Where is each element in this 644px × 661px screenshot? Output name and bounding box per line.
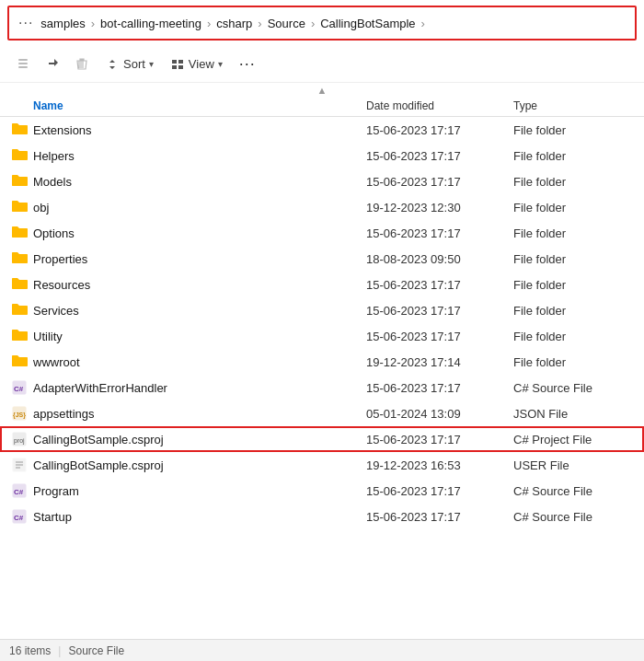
more-options-button[interactable]: ··· [232,50,263,78]
table-row[interactable]: obj 19-12-2023 12:30 File folder [0,194,644,220]
file-date: 15-06-2023 17:17 [366,149,513,163]
table-row[interactable]: Models 15-06-2023 17:17 File folder [0,168,644,194]
file-type: File folder [513,252,633,266]
table-row[interactable]: Helpers 15-06-2023 17:17 File folder [0,143,644,168]
file-type: JSON File [513,407,633,421]
file-icon: C# [11,508,28,525]
svg-rect-0 [18,59,28,61]
file-name-cell: wwwroot [11,354,366,370]
file-name: Extensions [33,123,92,137]
svg-rect-2 [18,66,28,68]
file-list: Extensions 15-06-2023 17:17 File folder … [0,117,644,529]
status-items-count: 16 items [9,644,51,657]
svg-text:C#: C# [14,488,24,496]
file-type: C# Project File [513,433,633,446]
table-row[interactable]: Extensions 15-06-2023 17:17 File folder [0,117,644,143]
table-row[interactable]: wwwroot 19-12-2023 17:14 File folder [0,349,644,375]
file-date: 15-06-2023 17:17 [366,381,513,395]
breadcrumb-item-source[interactable]: Source [268,17,305,30]
file-type: File folder [513,355,633,369]
file-name-cell: Models [11,173,366,190]
file-date: 19-12-2023 16:53 [366,458,513,472]
sort-label: Sort [123,57,145,71]
file-name-cell: Utility [11,328,366,344]
svg-rect-3 [172,60,177,64]
file-icon [11,250,28,267]
file-date: 15-06-2023 17:17 [366,510,513,524]
file-icon [11,354,28,370]
breadcrumb-item-bot-calling[interactable]: bot-calling-meeting [100,17,201,30]
file-type: File folder [513,149,633,163]
svg-text:{JS}: {JS} [13,412,26,419]
file-name-cell: CallingBotSample.csproj [11,457,366,473]
file-name: Program [33,484,79,498]
col-type: Type [513,99,633,112]
table-row[interactable]: C# Startup 15-06-2023 17:17 C# Source Fi… [0,504,644,529]
file-name-cell: {JS} appsettings [11,405,366,422]
file-name: Services [33,304,79,318]
file-icon: C# [11,379,28,396]
table-row[interactable]: C# AdapterWithErrorHandler 15-06-2023 17… [0,375,644,400]
table-row[interactable]: Properties 18-08-2023 09:50 File folder [0,246,644,272]
breadcrumb-item-csharp[interactable]: csharp [216,17,252,30]
file-icon [11,328,28,344]
view-button[interactable]: View ▾ [163,52,230,76]
sort-chevron-icon: ▾ [149,59,154,69]
scroll-up-indicator: ▲ [0,83,644,96]
file-type: C# Source File [513,381,633,395]
file-icon [11,122,28,138]
column-headers: Name Date modified Type [0,96,644,117]
table-row[interactable]: Services 15-06-2023 17:17 File folder [0,297,644,323]
file-name-cell: Services [11,302,366,319]
breadcrumb-sep-3: › [258,17,261,30]
breadcrumb-bar: ··· samples › bot-calling-meeting › csha… [7,6,637,41]
breadcrumb-item-samples[interactable]: samples [40,17,85,30]
table-row[interactable]: CallingBotSample.csproj 19-12-2023 16:53… [0,452,644,478]
file-date: 15-06-2023 17:17 [366,123,513,137]
breadcrumb-sep-1: › [91,17,95,30]
share-button[interactable] [39,52,66,76]
trash-icon [75,57,89,72]
file-name-cell: proj CallingBotSample.csproj [11,431,366,447]
file-name: CallingBotSample.csproj [33,458,164,472]
file-date: 19-12-2023 17:14 [366,355,513,369]
toolbar: Sort ▾ View ▾ ··· [0,46,644,83]
table-row[interactable]: Resources 15-06-2023 17:17 File folder [0,272,644,297]
table-row[interactable]: Utility 15-06-2023 17:17 File folder [0,323,644,349]
view-chevron-icon: ▾ [218,59,223,69]
file-name: wwwroot [33,355,80,369]
share-icon [45,57,60,72]
file-name-cell: Options [11,225,366,241]
file-name-cell: C# Startup [11,508,366,525]
file-type: File folder [513,278,633,292]
svg-text:proj: proj [14,437,25,445]
view-icon [170,57,185,72]
table-row[interactable]: Options 15-06-2023 17:17 File folder [0,220,644,246]
file-icon [11,225,28,241]
file-icon [11,457,28,473]
file-date: 15-06-2023 17:17 [366,304,513,318]
file-type: USER File [513,458,633,472]
svg-rect-4 [178,60,183,64]
file-name-cell: Helpers [11,147,366,164]
file-date: 15-06-2023 17:17 [366,226,513,240]
breadcrumb-item-callingbotsample[interactable]: CallingBotSample [320,17,415,30]
file-name-cell: C# Program [11,482,366,499]
sort-button[interactable]: Sort ▾ [98,52,161,76]
cut-icon [16,57,30,72]
svg-rect-6 [178,65,183,69]
table-row[interactable]: {JS} appsettings 05-01-2024 13:09 JSON F… [0,400,644,426]
file-name-cell: C# AdapterWithErrorHandler [11,379,366,396]
file-name: Models [33,175,72,189]
table-row[interactable]: proj CallingBotSample.csproj 15-06-2023 … [0,426,644,452]
file-date: 15-06-2023 17:17 [366,175,513,189]
file-type: File folder [513,304,633,318]
delete-button[interactable] [68,52,96,76]
cut-button[interactable] [9,52,37,76]
table-row[interactable]: C# Program 15-06-2023 17:17 C# Source Fi… [0,478,644,504]
file-name-cell: Extensions [11,122,366,138]
file-name: obj [33,201,49,215]
file-icon [11,302,28,319]
status-bar: 16 items | Source File [0,639,644,661]
file-date: 15-06-2023 17:17 [366,330,513,343]
